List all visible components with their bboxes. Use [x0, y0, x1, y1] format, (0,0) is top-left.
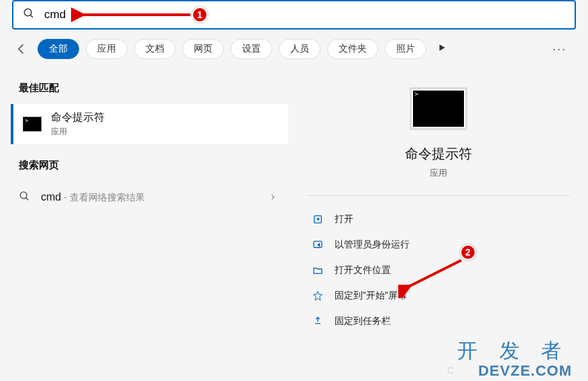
web-header: 搜索网页	[19, 159, 288, 172]
admin-icon	[310, 239, 325, 250]
action-pin-taskbar[interactable]: 固定到任务栏	[306, 309, 570, 334]
action-label: 打开	[335, 213, 353, 225]
content-area: 最佳匹配 命令提示符 应用 搜索网页 cmd - 查看网络搜索结果	[0, 67, 588, 374]
best-match-text: 命令提示符 应用	[51, 111, 105, 138]
filter-docs[interactable]: 文档	[134, 39, 176, 59]
svg-line-3	[26, 198, 29, 201]
action-open-location[interactable]: 打开文件位置	[306, 258, 570, 283]
action-label: 固定到任务栏	[335, 315, 391, 327]
filter-web[interactable]: 网页	[182, 39, 224, 59]
action-run-admin[interactable]: 以管理员身份运行	[306, 232, 570, 258]
action-label: 打开文件位置	[335, 264, 391, 276]
filter-settings[interactable]: 设置	[231, 39, 272, 59]
cmd-icon	[23, 117, 42, 131]
filter-photos[interactable]: 照片	[385, 39, 426, 59]
web-term: cmd	[41, 191, 61, 203]
open-icon	[310, 214, 325, 225]
web-search-item[interactable]: cmd - 查看网络搜索结果	[12, 181, 288, 214]
pin-icon	[310, 290, 325, 301]
svg-point-2	[20, 192, 27, 199]
search-icon	[23, 7, 35, 22]
best-match-title: 命令提示符	[51, 111, 105, 125]
action-pin-start[interactable]: 固定到"开始"屏幕	[306, 283, 570, 309]
best-match-header: 最佳匹配	[19, 82, 288, 95]
pin-icon	[310, 316, 325, 327]
results-pane: 最佳匹配 命令提示符 应用 搜索网页 cmd - 查看网络搜索结果	[0, 67, 288, 374]
action-label: 以管理员身份运行	[335, 239, 410, 251]
svg-point-0	[24, 9, 32, 16]
action-open[interactable]: 打开	[306, 207, 570, 232]
filter-people[interactable]: 人员	[279, 39, 320, 59]
app-title: 命令提示符	[405, 145, 472, 163]
search-icon	[19, 190, 30, 205]
app-subtitle: 应用	[430, 167, 447, 179]
chevron-right-icon	[270, 193, 276, 203]
detail-pane: 命令提示符 应用 打开 以管理员身份运行 打开文件位置 固定到"开始"屏幕	[288, 67, 588, 374]
action-label: 固定到"开始"屏幕	[335, 290, 407, 302]
best-match-item[interactable]: 命令提示符 应用	[11, 104, 288, 144]
filter-apps[interactable]: 应用	[86, 39, 127, 59]
app-thumbnail	[410, 87, 467, 130]
more-filters-button[interactable]	[437, 43, 447, 55]
filter-row: 全部 应用 文档 网页 设置 人员 文件夹 照片 ···	[0, 30, 588, 67]
search-input[interactable]	[44, 8, 565, 21]
folder-icon	[310, 265, 325, 276]
best-match-subtitle: 应用	[51, 126, 105, 138]
filter-all[interactable]: 全部	[38, 39, 79, 59]
divider	[306, 195, 570, 196]
action-list: 打开 以管理员身份运行 打开文件位置 固定到"开始"屏幕 固定到任务栏	[306, 207, 570, 334]
search-bar[interactable]	[12, 0, 576, 30]
svg-line-1	[30, 15, 33, 17]
back-button[interactable]	[12, 42, 31, 56]
web-desc: - 查看网络搜索结果	[61, 192, 144, 203]
overflow-menu[interactable]: ···	[552, 42, 576, 56]
filter-folders[interactable]: 文件夹	[327, 39, 378, 59]
